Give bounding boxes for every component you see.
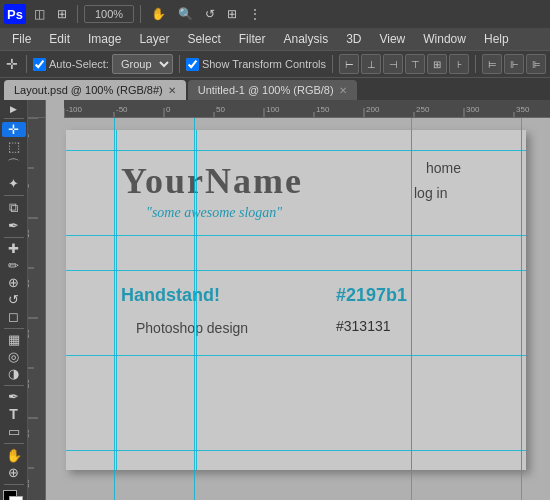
align-right-button[interactable]: ⊣: [383, 54, 403, 74]
color-swatches[interactable]: [3, 490, 25, 496]
ruler-corner: [28, 100, 46, 118]
crop-icon: ⧉: [9, 200, 18, 216]
distribute-buttons: ⊨ ⊩ ⊫: [482, 54, 546, 74]
dodge-tool-button[interactable]: ◑: [2, 366, 26, 381]
rotate-button[interactable]: ↺: [201, 5, 219, 23]
bridge-button[interactable]: ◫: [30, 5, 49, 23]
autoselect-group: Auto-Select: Group: [33, 54, 173, 74]
tab-untitled[interactable]: Untitled-1 @ 100% (RGB/8) ✕: [188, 80, 357, 100]
guide-vertical-1: [116, 130, 117, 470]
menu-help[interactable]: Help: [476, 30, 517, 48]
zoom-input[interactable]: [84, 5, 134, 23]
eyedropper-icon: ✒: [8, 218, 19, 233]
separator: [140, 5, 141, 23]
move-tool-icon: ✛: [8, 122, 19, 137]
text-tool-button[interactable]: T: [2, 406, 26, 422]
photoshop-hex: #313131: [336, 318, 391, 334]
blur-tool-button[interactable]: ◎: [2, 349, 26, 364]
svg-text:15: 15: [28, 279, 31, 288]
menu-filter[interactable]: Filter: [231, 30, 274, 48]
application-top-bar: Ps ◫ ⊞ ✋ 🔍 ↺ ⊞ ⋮: [0, 0, 550, 28]
distribute-right-button[interactable]: ⊫: [526, 54, 546, 74]
hand-icon: ✋: [151, 7, 166, 21]
hand-tool-button[interactable]: ✋: [2, 448, 26, 463]
shape-tool-button[interactable]: ▭: [2, 424, 26, 439]
align-center-h-button[interactable]: ⊥: [361, 54, 381, 74]
canvas-area: -100 -50 0 50 100 150 200 250 300 350: [28, 100, 550, 500]
svg-text:-50: -50: [116, 105, 128, 114]
eraser-tool-button[interactable]: ◻: [2, 309, 26, 324]
align-top-button[interactable]: ⊤: [405, 54, 425, 74]
menu-view[interactable]: View: [371, 30, 413, 48]
blur-icon: ◎: [8, 349, 19, 364]
extras-button[interactable]: ⋮: [245, 5, 265, 23]
svg-text:50: 50: [216, 105, 225, 114]
pen-tool-button[interactable]: ✒: [2, 389, 26, 404]
align-center-v-button[interactable]: ⊞: [427, 54, 447, 74]
toolbar-collapse-button[interactable]: ▶: [2, 104, 26, 114]
separator: [179, 55, 180, 73]
heal-tool-button[interactable]: ✚: [2, 241, 26, 256]
menu-bar: File Edit Image Layer Select Filter Anal…: [0, 28, 550, 50]
ruler-left-svg: 0 5 10 15 20 25 30 35: [28, 118, 46, 500]
menu-3d[interactable]: 3D: [338, 30, 369, 48]
show-transform-checkbox[interactable]: [186, 58, 199, 71]
white-canvas: YourName "some awesome slogan" home log …: [66, 130, 526, 470]
svg-text:5: 5: [28, 183, 31, 188]
selection-tool-button[interactable]: ⬚: [2, 139, 26, 154]
guide-horizontal-4: [66, 355, 526, 356]
autoselect-checkbox[interactable]: [33, 58, 46, 71]
yourname-text: YourName: [121, 160, 303, 202]
menu-edit[interactable]: Edit: [41, 30, 78, 48]
zoom-canvas-button[interactable]: ⊕: [2, 465, 26, 480]
menu-image[interactable]: Image: [80, 30, 129, 48]
magic-wand-button[interactable]: ✦: [2, 176, 26, 191]
distribute-center-h-button[interactable]: ⊩: [504, 54, 524, 74]
grid-button[interactable]: ⊞: [223, 5, 241, 23]
gradient-tool-button[interactable]: ▦: [2, 332, 26, 347]
align-bottom-button[interactable]: ⊦: [449, 54, 469, 74]
crop-tool-button[interactable]: ⧉: [2, 200, 26, 216]
menu-analysis[interactable]: Analysis: [275, 30, 336, 48]
stamp-tool-button[interactable]: ⊕: [2, 275, 26, 290]
move-tool-button[interactable]: ✛: [2, 122, 26, 137]
lasso-tool-button[interactable]: ⌒: [2, 156, 26, 174]
eyedropper-tool-button[interactable]: ✒: [2, 218, 26, 233]
layout-button[interactable]: ⊞: [53, 5, 71, 23]
tab-layout-close[interactable]: ✕: [168, 85, 176, 96]
handstand-hex: #2197b1: [336, 285, 407, 306]
separator: [475, 55, 476, 73]
zoom-tool-button[interactable]: 🔍: [174, 5, 197, 23]
separator: [77, 5, 78, 23]
history-brush-button[interactable]: ↺: [2, 292, 26, 307]
menu-window[interactable]: Window: [415, 30, 474, 48]
autoselect-dropdown[interactable]: Group: [112, 54, 173, 74]
svg-text:150: 150: [316, 105, 330, 114]
align-buttons: ⊢ ⊥ ⊣ ⊤ ⊞ ⊦: [339, 54, 469, 74]
menu-layer[interactable]: Layer: [131, 30, 177, 48]
distribute-left-button[interactable]: ⊨: [482, 54, 502, 74]
svg-text:20: 20: [28, 329, 31, 338]
guide-horizontal-2: [66, 235, 526, 236]
menu-select[interactable]: Select: [179, 30, 228, 48]
extras-icon: ⋮: [249, 7, 261, 21]
tab-untitled-close[interactable]: ✕: [339, 85, 347, 96]
svg-text:10: 10: [28, 229, 31, 238]
svg-text:200: 200: [366, 105, 380, 114]
tab-untitled-label: Untitled-1 @ 100% (RGB/8): [198, 84, 334, 96]
lasso-icon: ⌒: [7, 156, 20, 174]
brush-tool-button[interactable]: ✏: [2, 258, 26, 273]
svg-text:300: 300: [466, 105, 480, 114]
zoom-canvas-icon: ⊕: [8, 465, 19, 480]
guide-horizontal-3: [66, 270, 526, 271]
menu-file[interactable]: File: [4, 30, 39, 48]
ps-logo: Ps: [4, 4, 26, 24]
background-color[interactable]: [9, 496, 23, 500]
hand-tool-button[interactable]: ✋: [147, 5, 170, 23]
tab-layout[interactable]: Layout.psd @ 100% (RGB/8#) ✕: [4, 80, 186, 100]
pen-icon: ✒: [8, 389, 19, 404]
eraser-icon: ◻: [8, 309, 19, 324]
align-left-button[interactable]: ⊢: [339, 54, 359, 74]
tabs-bar: Layout.psd @ 100% (RGB/8#) ✕ Untitled-1 …: [0, 78, 550, 100]
show-transform-group: Show Transform Controls: [186, 58, 326, 71]
